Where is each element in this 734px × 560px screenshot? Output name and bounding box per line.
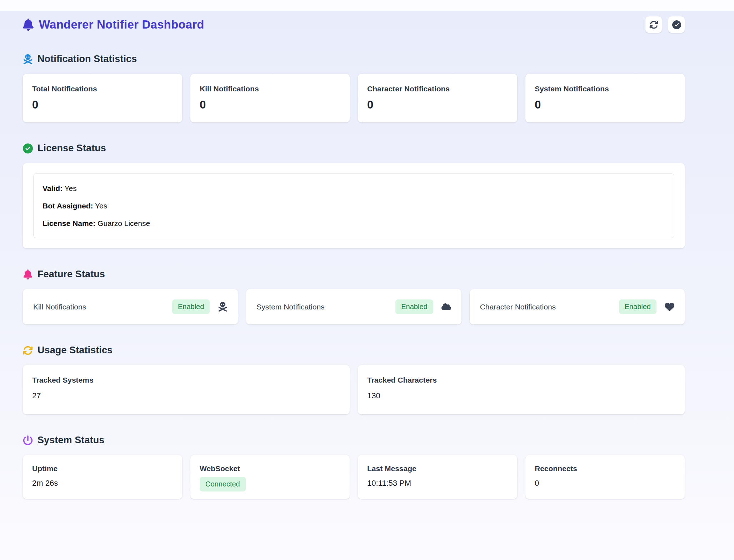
section-usage-statistics: Usage Statistics Tracked Systems 27 Trac… <box>23 345 685 414</box>
system-card-uptime: Uptime 2m 26s <box>23 455 182 499</box>
usage-card-tracked-characters: Tracked Characters 130 <box>358 365 685 414</box>
check-button[interactable] <box>668 16 685 33</box>
refresh-icon <box>649 20 658 29</box>
section-heading: System Status <box>38 435 104 446</box>
stats-grid: Total Notifications 0 Kill Notifications… <box>23 74 685 122</box>
stat-label: Kill Notifications <box>200 85 340 93</box>
app-header: Wanderer Notifier Dashboard <box>23 16 685 33</box>
system-badge-wrap: Connected <box>200 477 340 491</box>
skull-crossbones-icon <box>218 302 228 312</box>
usage-grid: Tracked Systems 27 Tracked Characters 13… <box>23 365 685 414</box>
feature-label: Kill Notifications <box>33 303 86 311</box>
stat-value: 0 <box>535 99 675 111</box>
stat-label: Character Notifications <box>367 85 508 93</box>
feature-card-system-notifications: System Notifications Enabled <box>246 289 461 324</box>
section-title: Notification Statistics <box>23 54 685 65</box>
dashboard-page: Wanderer Notifier Dashboard Notification… <box>23 0 685 499</box>
license-value: Guarzo License <box>95 219 150 227</box>
license-details-box: Valid: Yes Bot Assigned: Yes License Nam… <box>33 173 674 238</box>
stat-label: System Notifications <box>535 85 675 93</box>
page-title: Wanderer Notifier Dashboard <box>39 18 204 31</box>
stat-value: 0 <box>367 99 508 111</box>
section-title: Usage Statistics <box>23 345 685 356</box>
system-card-websocket: WebSocket Connected <box>190 455 350 499</box>
section-system-status: System Status Uptime 2m 26s WebSocket Co… <box>23 435 685 499</box>
cloud-icon <box>441 302 451 312</box>
license-value: Yes <box>63 184 77 192</box>
system-value: 0 <box>535 479 675 488</box>
license-row-valid: Valid: Yes <box>43 183 665 193</box>
system-card-last-message: Last Message 10:11:53 PM <box>358 455 517 499</box>
stat-card-system-notifications: System Notifications 0 <box>525 74 685 122</box>
feature-right: Enabled <box>395 299 451 314</box>
section-heading: Usage Statistics <box>38 345 113 356</box>
system-value: 2m 26s <box>32 479 173 488</box>
system-label: WebSocket <box>200 464 340 473</box>
power-icon <box>23 435 33 445</box>
section-notification-statistics: Notification Statistics Total Notificati… <box>23 54 685 122</box>
usage-value: 27 <box>32 391 340 400</box>
section-feature-status: Feature Status Kill Notifications Enable… <box>23 269 685 324</box>
system-label: Last Message <box>367 464 508 473</box>
system-label: Reconnects <box>535 464 675 473</box>
usage-label: Tracked Characters <box>367 376 675 384</box>
usage-label: Tracked Systems <box>32 376 340 384</box>
heart-icon <box>665 302 674 312</box>
license-label: License Name: <box>43 219 95 227</box>
check-circle-icon <box>23 143 33 153</box>
usage-card-tracked-systems: Tracked Systems 27 <box>23 365 350 414</box>
stat-card-kill-notifications: Kill Notifications 0 <box>190 74 350 122</box>
feature-card-kill-notifications: Kill Notifications Enabled <box>23 289 238 324</box>
status-badge: Enabled <box>172 299 210 314</box>
feature-right: Enabled <box>172 299 228 314</box>
bell-icon <box>23 19 34 31</box>
status-badge: Enabled <box>395 299 433 314</box>
skull-crossbones-icon <box>23 54 33 64</box>
section-title: Feature Status <box>23 269 685 280</box>
section-license-status: License Status Valid: Yes Bot Assigned: … <box>23 143 685 248</box>
license-row-license-name: License Name: Guarzo License <box>43 218 665 228</box>
system-grid: Uptime 2m 26s WebSocket Connected Last M… <box>23 455 685 499</box>
connected-badge: Connected <box>200 477 246 491</box>
section-heading: Feature Status <box>38 269 105 280</box>
license-label: Bot Assigned: <box>43 202 93 210</box>
license-value: Yes <box>93 202 108 210</box>
stat-value: 0 <box>32 99 173 111</box>
license-row-bot-assigned: Bot Assigned: Yes <box>43 201 665 211</box>
feature-label: Character Notifications <box>480 303 556 311</box>
stat-card-character-notifications: Character Notifications 0 <box>358 74 517 122</box>
feature-label: System Notifications <box>256 303 324 311</box>
stat-value: 0 <box>200 99 340 111</box>
check-circle-icon <box>672 20 681 29</box>
feature-right: Enabled <box>619 299 674 314</box>
header-buttons <box>645 16 685 33</box>
bell-icon <box>23 269 33 279</box>
usage-value: 130 <box>367 391 675 400</box>
section-heading: Notification Statistics <box>38 54 137 65</box>
refresh-button[interactable] <box>645 16 662 33</box>
license-card: Valid: Yes Bot Assigned: Yes License Nam… <box>23 163 685 248</box>
system-card-reconnects: Reconnects 0 <box>525 455 685 499</box>
status-badge: Enabled <box>619 299 656 314</box>
section-title: System Status <box>23 435 685 446</box>
section-title: License Status <box>23 143 685 154</box>
features-grid: Kill Notifications Enabled System Notifi… <box>23 289 685 324</box>
system-value: 10:11:53 PM <box>367 479 508 488</box>
stat-card-total-notifications: Total Notifications 0 <box>23 74 182 122</box>
stat-label: Total Notifications <box>32 85 173 93</box>
system-label: Uptime <box>32 464 173 473</box>
title-wrap: Wanderer Notifier Dashboard <box>23 18 204 31</box>
section-heading: License Status <box>38 143 106 154</box>
feature-card-character-notifications: Character Notifications Enabled <box>470 289 685 324</box>
refresh-icon <box>23 345 33 355</box>
license-label: Valid: <box>43 184 63 192</box>
